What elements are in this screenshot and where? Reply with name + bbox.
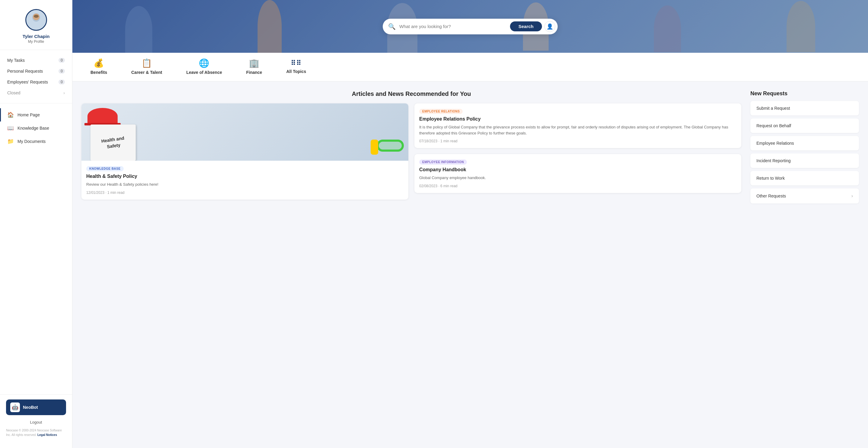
article-card-1[interactable]: EMPLOYEE RELATIONS Employee Relations Po… bbox=[414, 103, 741, 148]
article-card-body-2: EMPLOYEE INFORMATION Company Handbook Gl… bbox=[414, 154, 741, 193]
sidebar-item-my-tasks[interactable]: My Tasks 0 bbox=[0, 55, 72, 66]
career-label: Career & Talent bbox=[131, 70, 162, 75]
my-tasks-badge: 0 bbox=[59, 58, 65, 63]
hero-banner: 🔍 Search 👤 bbox=[72, 0, 868, 53]
sidebar-item-closed[interactable]: Closed › bbox=[0, 88, 72, 98]
article-card-0[interactable]: Health andSafety KNOWLEDGE BASE Health &… bbox=[82, 103, 408, 200]
article-tag-0: KNOWLEDGE BASE bbox=[86, 166, 124, 171]
sidebar-profile: Tyler Chapin My Profile bbox=[0, 6, 72, 50]
neobot-label: NeoBot bbox=[23, 405, 38, 410]
sidebar-item-my-documents[interactable]: 📁 My Documents bbox=[0, 135, 72, 148]
leave-label: Leave of Absence bbox=[186, 70, 222, 75]
search-bar: 🔍 Search 👤 bbox=[383, 19, 558, 34]
request-label-incident-reporting: Incident Reporting bbox=[756, 158, 791, 163]
folder-icon: 📁 bbox=[7, 138, 14, 145]
article-card-body-0: KNOWLEDGE BASE Health & Safety Policy Re… bbox=[82, 161, 408, 200]
request-label-other-requests: Other Requests bbox=[756, 194, 786, 198]
article-meta-2: 02/08/2023 · 6 min read bbox=[419, 184, 737, 188]
request-label-return-to-work: Return to Work bbox=[756, 176, 785, 181]
legal-notices-link[interactable]: Legal Notices bbox=[37, 433, 57, 437]
request-item-employee-relations[interactable]: Employee Relations bbox=[750, 136, 859, 151]
topic-finance[interactable]: 🏢 Finance bbox=[234, 53, 274, 81]
book-icon: 📖 bbox=[7, 125, 14, 131]
article-title-2: Company Handbook bbox=[419, 167, 737, 172]
article-card-2[interactable]: EMPLOYEE INFORMATION Company Handbook Gl… bbox=[414, 154, 741, 193]
topic-all-topics[interactable]: ⠿⠿ All Topics bbox=[274, 54, 318, 80]
all-topics-label: All Topics bbox=[286, 69, 306, 74]
avatar bbox=[25, 9, 47, 31]
article-desc-1: It is the policy of Global Company that … bbox=[419, 124, 737, 136]
footer-text: Neocase © 2000-2024 Neocase Software Inc… bbox=[6, 428, 66, 437]
article-meta-1: 07/18/2023 · 1 min read bbox=[419, 139, 737, 143]
personal-requests-label: Personal Requests bbox=[7, 69, 43, 73]
request-item-incident-reporting[interactable]: Incident Reporting bbox=[750, 154, 859, 168]
article-tag-1: EMPLOYEE RELATIONS bbox=[419, 109, 463, 114]
articles-section-title: Articles and News Recommended for You bbox=[82, 91, 741, 97]
search-button[interactable]: Search bbox=[510, 22, 542, 31]
svg-point-3 bbox=[34, 15, 39, 18]
home-icon: 🏠 bbox=[7, 111, 14, 118]
topic-benefits[interactable]: 💰 Benefits bbox=[79, 53, 119, 81]
article-title-0: Health & Safety Policy bbox=[86, 174, 404, 179]
article-title-1: Employee Relations Policy bbox=[419, 116, 737, 122]
request-item-on-behalf[interactable]: Request on Behalf bbox=[750, 119, 859, 133]
user-subtitle: My Profile bbox=[28, 39, 44, 44]
sidebar-nav-section: My Tasks 0 Personal Requests 0 Employees… bbox=[0, 50, 72, 103]
finance-icon: 🏢 bbox=[249, 58, 259, 68]
neobot-button[interactable]: 🤖 NeoBot bbox=[6, 399, 66, 415]
content-area: Articles and News Recommended for You He… bbox=[72, 82, 868, 448]
articles-section: Articles and News Recommended for You He… bbox=[82, 91, 741, 439]
all-topics-icon: ⠿⠿ bbox=[291, 59, 302, 67]
my-documents-label: My Documents bbox=[18, 139, 45, 144]
sidebar-item-employees-requests[interactable]: Employees' Requests 0 bbox=[0, 76, 72, 88]
sidebar-bottom: 🤖 NeoBot Logout Neocase © 2000-2024 Neoc… bbox=[0, 395, 72, 442]
search-input[interactable] bbox=[399, 24, 507, 29]
neobot-icon: 🤖 bbox=[10, 403, 20, 412]
search-icon: 🔍 bbox=[388, 23, 396, 30]
new-requests-title: New Requests bbox=[750, 91, 859, 97]
knowledge-base-label: Knowledge Base bbox=[18, 126, 49, 131]
article-meta-0: 12/01/2023 · 1 min read bbox=[86, 191, 404, 195]
articles-grid: Health andSafety KNOWLEDGE BASE Health &… bbox=[82, 103, 741, 200]
home-page-label: Home Page bbox=[18, 113, 40, 117]
sidebar-links-section: 🏠 Home Page 📖 Knowledge Base 📁 My Docume… bbox=[0, 103, 72, 395]
article-card-body-1: EMPLOYEE RELATIONS Employee Relations Po… bbox=[414, 103, 741, 148]
topic-career-talent[interactable]: 📋 Career & Talent bbox=[119, 53, 174, 81]
right-panel: New Requests Submit a Request Request on… bbox=[750, 91, 859, 439]
employees-requests-label: Employees' Requests bbox=[7, 79, 48, 85]
article-desc-2: Global Company employee handbook. bbox=[419, 175, 737, 181]
personal-requests-badge: 0 bbox=[59, 69, 65, 73]
leave-icon: 🌐 bbox=[199, 58, 209, 68]
svg-point-1 bbox=[30, 23, 43, 29]
logout-link[interactable]: Logout bbox=[6, 420, 66, 424]
finance-label: Finance bbox=[246, 70, 262, 75]
closed-chevron-icon: › bbox=[63, 91, 65, 95]
other-requests-chevron-icon: › bbox=[851, 193, 853, 199]
article-desc-0: Review our Health & Safety policies here… bbox=[86, 182, 404, 188]
topic-leave-of-absence[interactable]: 🌐 Leave of Absence bbox=[174, 53, 234, 81]
articles-column: EMPLOYEE RELATIONS Employee Relations Po… bbox=[414, 103, 741, 200]
sidebar: Tyler Chapin My Profile My Tasks 0 Perso… bbox=[0, 0, 72, 448]
my-tasks-label: My Tasks bbox=[7, 58, 25, 63]
article-tag-2: EMPLOYEE INFORMATION bbox=[419, 159, 467, 165]
request-label-submit: Submit a Request bbox=[756, 106, 790, 110]
benefits-icon: 💰 bbox=[93, 58, 104, 68]
closed-label: Closed bbox=[7, 91, 21, 95]
request-item-other-requests[interactable]: Other Requests › bbox=[750, 188, 859, 203]
main-content: 🔍 Search 👤 💰 Benefits 📋 Career & Talent … bbox=[72, 0, 868, 448]
sidebar-item-knowledge-base[interactable]: 📖 Knowledge Base bbox=[0, 122, 72, 135]
sidebar-item-home-page[interactable]: 🏠 Home Page bbox=[0, 108, 72, 122]
sidebar-item-personal-requests[interactable]: Personal Requests 0 bbox=[0, 66, 72, 76]
search-user-icon[interactable]: 👤 bbox=[545, 21, 555, 32]
benefits-label: Benefits bbox=[91, 70, 107, 75]
request-label-employee-relations: Employee Relations bbox=[756, 141, 794, 146]
article-card-image-0: Health andSafety bbox=[82, 103, 408, 161]
user-name: Tyler Chapin bbox=[23, 34, 50, 39]
request-label-on-behalf: Request on Behalf bbox=[756, 123, 791, 128]
career-icon: 📋 bbox=[142, 58, 152, 68]
request-item-return-to-work[interactable]: Return to Work bbox=[750, 171, 859, 185]
topics-bar: 💰 Benefits 📋 Career & Talent 🌐 Leave of … bbox=[72, 53, 868, 82]
request-item-submit[interactable]: Submit a Request bbox=[750, 101, 859, 116]
employees-requests-badge: 0 bbox=[59, 79, 65, 85]
